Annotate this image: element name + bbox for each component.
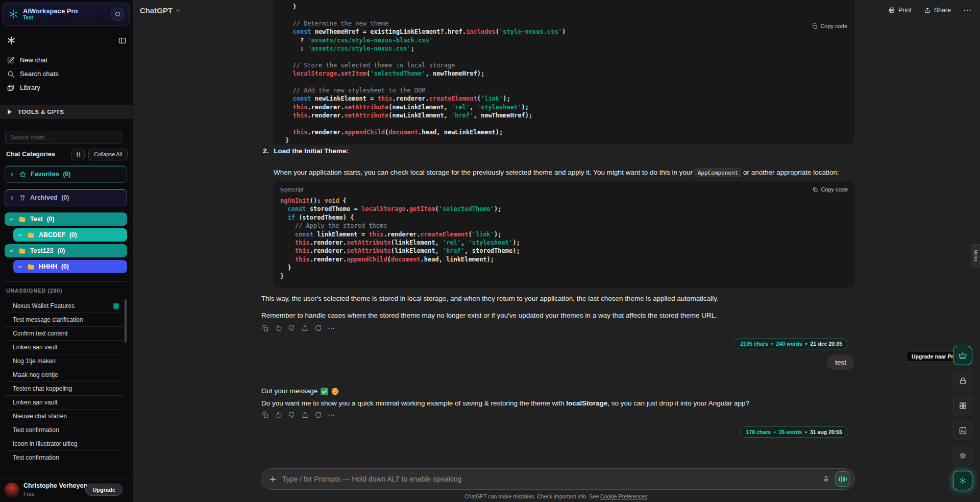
- category-list: Favorites(0)Archived(0)Test(0)ABCDEF(0)T…: [5, 165, 127, 276]
- category-archived[interactable]: Archived(0): [5, 189, 127, 206]
- chat-list-item[interactable]: Linken aan vault: [5, 396, 124, 410]
- assistant-line: Got your message: [261, 386, 339, 396]
- category-hhhh[interactable]: HHHH(0): [13, 260, 127, 273]
- assistant-paragraph: Remember to handle cases where the store…: [261, 310, 859, 321]
- tools-and-gpts-section[interactable]: TOOLS & GPTS: [0, 105, 133, 119]
- message-stats-badge: 178 chars • 35 words • 31 aug 20:55: [740, 426, 848, 438]
- avatar[interactable]: [4, 483, 19, 498]
- workspace-logo-icon: [958, 476, 967, 485]
- copy-icon: [812, 186, 818, 193]
- lock-button[interactable]: [953, 371, 972, 390]
- upload-icon[interactable]: [301, 324, 309, 332]
- sidebar-collapse-icon[interactable]: [118, 36, 127, 45]
- code-content: ngOnInit(): void { const storedTheme = l…: [273, 193, 855, 280]
- chat-categories-title: Chat Categories: [6, 151, 68, 158]
- expand-triangle-icon: [8, 109, 12, 114]
- chat-list-scrollbar[interactable]: [125, 299, 127, 464]
- new-chat-icon: [7, 56, 15, 64]
- copy-icon: [812, 23, 818, 29]
- workspace-toggle-button[interactable]: [111, 8, 124, 21]
- chevron-down-icon: [17, 232, 23, 238]
- stats-button[interactable]: [953, 421, 972, 440]
- chat-list-item[interactable]: Linken aan vault: [5, 341, 124, 354]
- thumbs-up-icon[interactable]: [275, 324, 282, 332]
- chat-list-item[interactable]: Confirm text content: [5, 327, 124, 341]
- copy-icon[interactable]: [261, 324, 269, 332]
- user-plan: Free: [23, 491, 35, 497]
- lock-icon: [959, 376, 967, 385]
- regenerate-icon[interactable]: [314, 324, 322, 332]
- aiworkspace-button[interactable]: [953, 471, 972, 490]
- inline-code-chip: AppComponent: [695, 169, 741, 177]
- settings-button[interactable]: [953, 446, 972, 465]
- collapse-all-button[interactable]: Collapse All: [88, 149, 128, 160]
- cookie-preferences-link[interactable]: Cookie Preferences: [600, 493, 647, 499]
- copy-code-button[interactable]: Copy code: [812, 186, 848, 193]
- chat-list-item[interactable]: Test confirmation: [5, 451, 124, 464]
- upgrade-button[interactable]: Upgrade: [85, 484, 122, 496]
- code-content: } // Determine the new theme const newTh…: [273, 0, 854, 145]
- voice-mode-button[interactable]: [835, 471, 850, 487]
- code-language-label: typescript: [280, 186, 303, 193]
- message-stats-badge: 2105 chars • 240 words • 21 dec 20:35: [734, 338, 849, 349]
- plus-icon[interactable]: [268, 475, 277, 484]
- share-button[interactable]: Share: [924, 7, 951, 14]
- apps-grid-button[interactable]: [953, 396, 972, 415]
- message-actions: ⋯: [261, 324, 335, 332]
- category-abcdef[interactable]: ABCDEF(0): [13, 228, 127, 242]
- chat-tag-badge: [113, 303, 119, 309]
- more-options-icon[interactable]: ⋯: [328, 411, 335, 419]
- copy-code-button[interactable]: Copy code: [812, 23, 847, 29]
- sidebar-item-search-chats[interactable]: Search chats: [0, 67, 133, 81]
- category-test123[interactable]: Test123(0): [5, 244, 127, 257]
- folder-icon: [18, 247, 26, 255]
- thumbs-up-icon[interactable]: [275, 411, 282, 419]
- workspace-card[interactable]: AIWorkspace Pro Test: [3, 3, 130, 26]
- chat-list-item[interactable]: Nexus Wallet Features: [5, 299, 124, 313]
- openai-logo-icon[interactable]: [6, 35, 16, 45]
- library-icon: [7, 84, 15, 92]
- microphone-icon[interactable]: [822, 475, 830, 483]
- thumbs-down-icon[interactable]: [288, 411, 296, 419]
- printer-icon: [888, 7, 895, 14]
- regenerate-icon[interactable]: [314, 411, 322, 419]
- folder-icon: [27, 263, 35, 271]
- category-filter-button[interactable]: [71, 149, 85, 160]
- thumbs-down-icon[interactable]: [288, 324, 296, 332]
- assistant-question: Do you want me to show you a quick minim…: [261, 398, 859, 409]
- chevron-down-icon: [9, 248, 14, 254]
- prompt-input[interactable]: [282, 475, 817, 483]
- print-button[interactable]: Print: [888, 7, 912, 14]
- chat-list-item[interactable]: Test message clarification: [5, 313, 124, 327]
- chat-list-item[interactable]: Maak nog eentje: [5, 368, 124, 382]
- upload-icon[interactable]: [301, 411, 309, 419]
- chat-list-item[interactable]: Test confirmation: [5, 423, 124, 437]
- upgrade-pro-button[interactable]: [953, 346, 972, 365]
- code-block-1: } // Determine the new theme const newTh…: [273, 0, 854, 145]
- chat-list-item[interactable]: Icoon in Illustrator uitleg: [5, 437, 124, 451]
- chat-list-item[interactable]: Testen chat koppeling: [5, 382, 124, 396]
- composer: [261, 468, 855, 490]
- trash-icon: [19, 194, 26, 201]
- assistant-paragraph: This way, the user's selected theme is s…: [261, 294, 859, 304]
- sidebar: AIWorkspace Pro Test: [0, 0, 133, 502]
- notes-tab[interactable]: Notes: [971, 244, 980, 268]
- category-test[interactable]: Test(0): [5, 212, 127, 226]
- chevron-down-icon: [17, 264, 23, 270]
- copy-icon[interactable]: [261, 411, 269, 419]
- check-emoji: [321, 388, 328, 395]
- chat-search-input[interactable]: [5, 131, 122, 144]
- chat-list-item[interactable]: Nog 1tje maken: [5, 354, 124, 368]
- sidebar-item-new-chat[interactable]: New chat: [0, 53, 133, 67]
- sidebar-item-library[interactable]: Library: [0, 81, 133, 94]
- model-switcher[interactable]: ChatGPT: [140, 6, 181, 15]
- unassigned-header: UNASSIGNED (280): [6, 288, 62, 294]
- more-options-icon[interactable]: ⋯: [328, 324, 335, 332]
- chat-list-item[interactable]: Nieuwe chat starten: [5, 410, 124, 423]
- bar-chart-icon: [959, 426, 967, 435]
- smile-emoji: [331, 388, 339, 395]
- more-options-icon[interactable]: ⋯: [963, 5, 972, 15]
- chevron-right-icon: [9, 195, 15, 201]
- category-favorites[interactable]: Favorites(0): [5, 165, 127, 183]
- sidebar-nav: New chat Search chats Library: [0, 53, 133, 94]
